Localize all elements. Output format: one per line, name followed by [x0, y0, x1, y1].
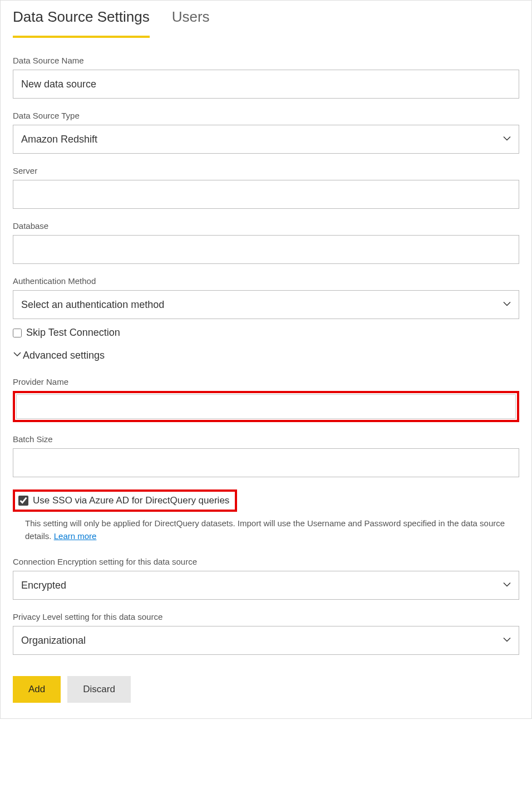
database-label: Database	[13, 221, 519, 231]
tab-data-source-settings[interactable]: Data Source Settings	[13, 5, 150, 38]
provider-name-input[interactable]	[16, 394, 516, 419]
auth-method-select[interactable]: Select an authentication method	[13, 290, 519, 319]
skip-test-checkbox[interactable]	[13, 329, 22, 337]
advanced-settings-label: Advanced settings	[23, 350, 105, 361]
server-input[interactable]	[13, 180, 519, 209]
data-source-name-label: Data Source Name	[13, 56, 519, 65]
sso-helper-text: This setting will only be applied for Di…	[13, 517, 519, 542]
settings-panel: Data Source Settings Users Data Source N…	[0, 0, 532, 719]
server-label: Server	[13, 166, 519, 175]
sso-label: Use SSO via Azure AD for DirectQuery que…	[33, 495, 229, 506]
privacy-label: Privacy Level setting for this data sour…	[13, 612, 519, 621]
skip-test-label: Skip Test Connection	[26, 327, 120, 339]
provider-name-label: Provider Name	[13, 377, 519, 386]
advanced-settings-toggle[interactable]: Advanced settings	[13, 350, 519, 361]
batch-size-label: Batch Size	[13, 434, 519, 444]
encryption-select[interactable]: Encrypted	[13, 571, 519, 600]
data-source-type-select[interactable]: Amazon Redshift	[13, 125, 519, 154]
privacy-select[interactable]: Organizational	[13, 626, 519, 655]
auth-method-label: Authentication Method	[13, 276, 519, 286]
learn-more-link[interactable]: Learn more	[54, 531, 97, 541]
tab-users[interactable]: Users	[172, 5, 210, 38]
provider-name-highlight	[13, 391, 519, 422]
chevron-down-icon	[13, 350, 22, 361]
data-source-type-label: Data Source Type	[13, 111, 519, 120]
encryption-label: Connection Encryption setting for this d…	[13, 557, 519, 566]
sso-highlight: Use SSO via Azure AD for DirectQuery que…	[13, 489, 237, 512]
sso-checkbox[interactable]	[18, 496, 28, 506]
batch-size-input[interactable]	[13, 448, 519, 477]
database-input[interactable]	[13, 235, 519, 264]
data-source-name-input[interactable]	[13, 70, 519, 99]
add-button[interactable]: Add	[13, 676, 61, 703]
tab-bar: Data Source Settings Users	[13, 1, 519, 38]
discard-button[interactable]: Discard	[67, 676, 131, 703]
